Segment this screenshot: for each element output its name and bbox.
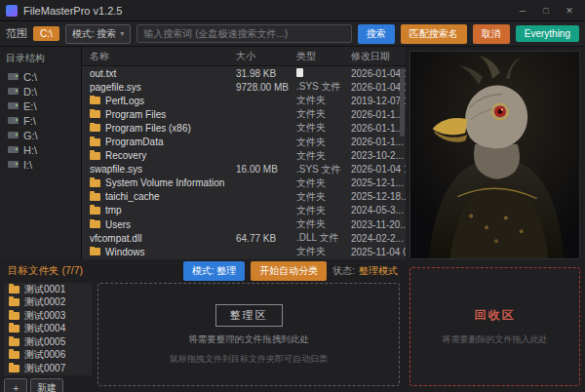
table-row[interactable]: ProgramData文件夹2026-01-1... bbox=[82, 135, 406, 148]
cell-date: 2026-01-1... bbox=[351, 109, 406, 120]
table-row[interactable]: tmp文件夹2024-05-3... bbox=[82, 204, 406, 217]
title-bar: FileMasterPro v1.2.5 ─ □ ✕ bbox=[0, 0, 585, 21]
list-item-target-folder[interactable]: 测试0003 bbox=[4, 309, 92, 323]
table-row[interactable]: swapfile.sys16.00 MB.SYS 文件2026-01-04 1.… bbox=[82, 163, 406, 176]
close-button[interactable]: ✕ bbox=[560, 3, 579, 19]
chevron-down-icon: ▾ bbox=[120, 29, 124, 38]
target-folders-panel: 测试0001测试0002测试0003测试0004测试0005测试0006测试00… bbox=[4, 283, 92, 386]
target-folder-actions: ＋ 新建 bbox=[4, 376, 92, 392]
search-input[interactable] bbox=[136, 24, 351, 43]
tree-item-drive[interactable]: H:\ bbox=[0, 142, 81, 157]
cell-name: Program Files (x86) bbox=[90, 123, 236, 134]
auto-classify-button[interactable]: 开始自动分类 bbox=[251, 261, 327, 281]
scrollbar[interactable] bbox=[400, 68, 405, 137]
bird-artwork-image bbox=[410, 52, 579, 258]
list-item-target-folder[interactable]: 测试0005 bbox=[4, 335, 92, 349]
organize-zone-title: 整理区 bbox=[215, 304, 283, 327]
tree-item-drive[interactable]: E:\ bbox=[0, 98, 81, 113]
folder-icon bbox=[90, 248, 100, 255]
tree-item-drive[interactable]: F:\ bbox=[0, 113, 81, 128]
drive-icon bbox=[8, 132, 19, 138]
cell-name: tmp bbox=[90, 205, 236, 216]
search-button[interactable]: 搜索 bbox=[358, 24, 395, 44]
cell-type: 文件夹 bbox=[296, 149, 351, 163]
file-name: tmp bbox=[105, 205, 122, 216]
folder-icon bbox=[9, 365, 20, 372]
folder-icon bbox=[9, 286, 20, 294]
cancel-button[interactable]: 取消 bbox=[473, 24, 510, 44]
cell-type: 文件夹 bbox=[296, 94, 351, 107]
list-item-target-folder[interactable]: 测试0004 bbox=[4, 323, 92, 336]
cell-size: 31.98 KB bbox=[236, 68, 296, 79]
cell-type: 文件夹 bbox=[296, 121, 351, 135]
tree-item-drive[interactable]: C:\ bbox=[0, 69, 81, 84]
table-row[interactable]: System Volume Information文件夹2025-12-1... bbox=[82, 176, 406, 190]
table-row[interactable]: PerfLogs文件夹2019-12-07 1... bbox=[82, 94, 406, 107]
tree-item-drive[interactable]: D:\ bbox=[0, 84, 81, 98]
directory-tree-panel: 目录结构 C:\D:\E:\F:\G:\H:\I:\ bbox=[0, 47, 82, 259]
target-folder-label: 测试0004 bbox=[24, 322, 65, 335]
column-size[interactable]: 大小 bbox=[236, 50, 296, 63]
target-folder-label: 测试0002 bbox=[24, 295, 65, 309]
file-name: taichi_cache bbox=[105, 191, 160, 202]
tree-item-drive[interactable]: I:\ bbox=[0, 157, 81, 172]
preview-image-panel bbox=[410, 51, 580, 259]
file-name: System Volume Information bbox=[105, 177, 224, 188]
table-row[interactable]: out.txt31.98 KB2026-01-04 1... bbox=[82, 66, 406, 80]
list-item-target-folder[interactable]: 测试0007 bbox=[4, 362, 92, 375]
target-folder-label: 测试0006 bbox=[24, 348, 65, 362]
cell-size: 16.00 MB bbox=[236, 164, 296, 175]
column-name[interactable]: 名称 bbox=[90, 50, 236, 63]
folder-icon bbox=[90, 97, 100, 104]
list-item-target-folder[interactable]: 测试0006 bbox=[4, 349, 92, 363]
table-row[interactable]: Recovery文件夹2023-10-2... bbox=[82, 149, 406, 163]
cell-name: ProgramData bbox=[90, 137, 236, 147]
tree-item-drive[interactable]: G:\ bbox=[0, 128, 81, 142]
list-item-target-folder[interactable]: 测试0001 bbox=[4, 283, 92, 296]
folder-icon bbox=[90, 207, 100, 215]
maximize-button[interactable]: □ bbox=[536, 3, 556, 19]
list-item-target-folder[interactable]: 测试0002 bbox=[4, 296, 92, 310]
cell-date: 2024-02-2... bbox=[351, 233, 406, 244]
add-folder-plus-button[interactable]: ＋ bbox=[4, 378, 27, 392]
table-row[interactable]: taichi_cache文件夹2025-12-18... bbox=[82, 190, 406, 204]
organize-drop-zone[interactable]: 整理区 将需要整理的文件拖拽到此处 鼠标拖拽文件到目标文件夹即可自动归类 bbox=[98, 283, 400, 386]
everything-button[interactable]: Everything bbox=[516, 25, 579, 42]
cell-type: 文件夹 bbox=[296, 245, 351, 258]
organize-mode-button[interactable]: 模式: 整理 bbox=[183, 261, 246, 281]
table-row[interactable]: Program Files (x86)文件夹2026-01-1... bbox=[82, 121, 406, 135]
recycle-drop-zone[interactable]: 回收区 将需要删除的文件拖入此处 bbox=[410, 267, 580, 386]
table-row[interactable]: Users文件夹2023-11-20... bbox=[82, 217, 406, 231]
cell-date: 2026-01-1... bbox=[351, 123, 406, 134]
cell-date: 2026-01-04 1... bbox=[351, 82, 406, 93]
table-row[interactable]: vfcompat.dll64.77 KB.DLL 文件2024-02-2... bbox=[82, 231, 406, 245]
cell-name: pagefile.sys bbox=[90, 82, 236, 93]
column-type[interactable]: 类型 bbox=[296, 50, 351, 63]
table-row[interactable]: Windows文件夹2025-11-04 0... bbox=[82, 245, 406, 258]
cell-date: 2025-11-04 0... bbox=[351, 247, 406, 257]
cell-type: 文件夹 bbox=[296, 204, 351, 217]
file-name: Users bbox=[105, 219, 131, 230]
cell-date: 2024-05-3... bbox=[351, 205, 406, 216]
browser-row: 目录结构 C:\D:\E:\F:\G:\H:\I:\ 名称 大小 类型 修改日期… bbox=[0, 47, 406, 259]
target-folders-title: 目标文件夹 (7/7) bbox=[8, 264, 83, 278]
cell-name: PerfLogs bbox=[90, 96, 236, 106]
cell-name: taichi_cache bbox=[90, 191, 236, 202]
scope-drive-button[interactable]: C:\ bbox=[33, 26, 59, 41]
target-folder-label: 测试0005 bbox=[24, 335, 65, 349]
drive-list: C:\D:\E:\F:\G:\H:\I:\ bbox=[0, 69, 81, 172]
table-row[interactable]: Program Files文件夹2026-01-1... bbox=[82, 107, 406, 121]
new-folder-button[interactable]: 新建 bbox=[30, 378, 63, 392]
search-mode-select[interactable]: 模式: 搜索 ▾ bbox=[65, 24, 132, 44]
file-name: pagefile.sys bbox=[90, 82, 141, 93]
match-name-button[interactable]: 匹配搜索名 bbox=[401, 24, 467, 44]
table-row[interactable]: pagefile.sys9728.00 MB.SYS 文件2026-01-04 … bbox=[82, 80, 406, 94]
file-type-icon bbox=[296, 68, 303, 77]
right-column: 回收区 将需要删除的文件拖入此处 bbox=[406, 47, 585, 392]
target-folder-list: 测试0001测试0002测试0003测试0004测试0005测试0006测试00… bbox=[4, 283, 92, 375]
file-name: Windows bbox=[105, 247, 145, 257]
cell-name: Recovery bbox=[90, 150, 236, 161]
folder-icon bbox=[90, 138, 100, 146]
minimize-button[interactable]: ─ bbox=[513, 3, 532, 19]
column-date[interactable]: 修改日期 bbox=[351, 50, 406, 63]
